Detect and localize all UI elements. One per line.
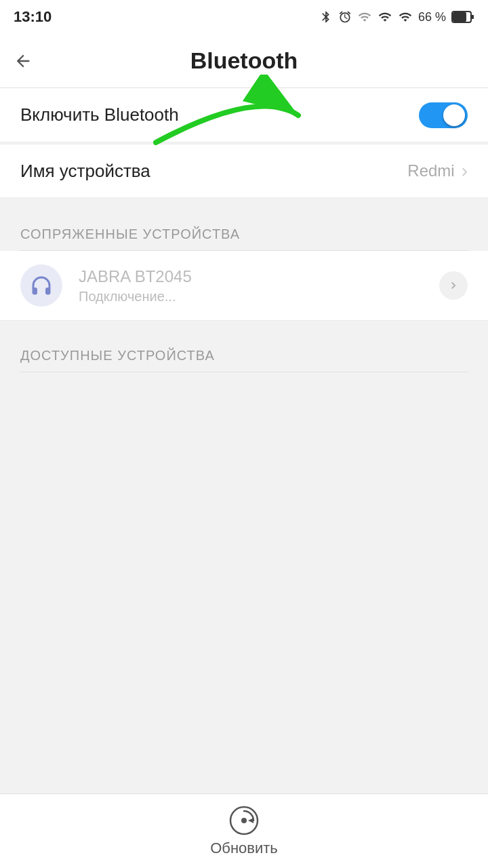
signal-icon-2 [378, 10, 392, 24]
bluetooth-toggle-section: Включить Bluetooth [0, 88, 488, 142]
battery-percent: 66 % [418, 10, 446, 24]
status-icons: 66 % [319, 10, 474, 24]
device-name-row[interactable]: Имя устройства Redmi › [0, 144, 488, 198]
status-time: 13:10 [14, 8, 52, 26]
chevron-icon: › [462, 160, 468, 182]
available-section-header: ДОСТУПНЫЕ УСТРОЙСТВА [0, 332, 488, 372]
refresh-icon[interactable] [229, 806, 259, 835]
bluetooth-toggle-row[interactable]: Включить Bluetooth [0, 88, 488, 142]
section-gap [0, 199, 488, 210]
wifi-icon [398, 10, 413, 24]
bluetooth-icon [319, 10, 333, 24]
back-button[interactable] [14, 52, 33, 71]
battery-icon [451, 10, 474, 24]
toggle-knob [443, 104, 465, 126]
device-icon-wrapper [20, 264, 62, 307]
svg-rect-1 [471, 15, 474, 19]
device-name-label: Имя устройства [20, 161, 150, 182]
page-title: Bluetooth [190, 47, 298, 74]
refresh-label[interactable]: Обновить [210, 840, 278, 857]
paired-device-row[interactable]: JABRA BT2045 Подключение... [0, 251, 488, 321]
paired-section-header: СОПРЯЖЕННЫЕ УСТРОЙСТВА [0, 210, 488, 250]
alarm-icon [338, 10, 352, 24]
device-name-text: JABRA BT2045 [79, 267, 439, 286]
device-info: JABRA BT2045 Подключение... [79, 267, 439, 304]
bluetooth-toggle[interactable] [419, 102, 468, 128]
device-status-text: Подключение... [79, 289, 439, 304]
device-name-value: Redmi [407, 161, 454, 180]
device-name-right: Redmi › [407, 160, 468, 182]
svg-point-5 [241, 818, 247, 823]
status-bar: 13:10 66 % [0, 0, 488, 34]
bluetooth-toggle-label: Включить Bluetooth [20, 104, 179, 125]
bottom-spacer [0, 711, 488, 793]
bottom-bar: Обновить [0, 793, 488, 868]
nav-bar: Bluetooth [0, 34, 488, 88]
svg-rect-2 [453, 12, 466, 22]
available-devices-list [0, 372, 488, 711]
headphones-icon [29, 273, 54, 298]
signal-icon-1 [357, 10, 372, 24]
device-detail-button[interactable] [439, 271, 468, 300]
section-gap-2 [0, 321, 488, 332]
